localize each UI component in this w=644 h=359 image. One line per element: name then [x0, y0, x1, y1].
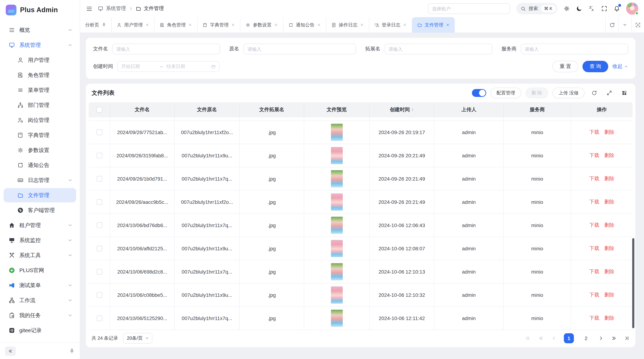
tab-3[interactable]: 字典管理	[198, 17, 240, 32]
tab-1[interactable]: 用户管理	[112, 17, 154, 32]
delete-link[interactable]: 删除	[604, 315, 614, 322]
download-link[interactable]: 下载	[589, 315, 599, 322]
query-button[interactable]: 查 询	[582, 61, 608, 72]
sidebar-item-16[interactable]: PLUS官网	[4, 263, 76, 278]
sidebar-item-13[interactable]: 租户管理	[4, 218, 76, 232]
dark-mode-moon-icon[interactable]	[576, 5, 582, 12]
close-icon[interactable]	[274, 23, 278, 27]
table-fullscreen-button[interactable]	[604, 88, 615, 98]
close-icon[interactable]	[360, 23, 364, 27]
sidebar-item-9[interactable]: 通知公告	[4, 158, 76, 172]
extension-input[interactable]	[384, 44, 492, 54]
sidebar-item-12[interactable]: 客户端管理	[4, 203, 76, 217]
filename-input[interactable]	[112, 44, 220, 54]
page-2-button[interactable]: 2	[581, 333, 591, 343]
sidebar-item-15[interactable]: 系统工具	[4, 248, 76, 263]
preview-image[interactable]	[331, 147, 342, 164]
sidebar-item-17[interactable]: 测试菜单	[4, 278, 76, 293]
prev-page-button[interactable]	[551, 336, 557, 341]
close-icon[interactable]	[317, 23, 321, 27]
select-all-checkbox[interactable]	[96, 107, 102, 113]
table-refresh-button[interactable]	[589, 88, 600, 98]
jump-forward-button[interactable]	[611, 336, 617, 341]
table-scrollbar-thumb[interactable]	[632, 238, 634, 328]
row-checkbox[interactable]	[96, 269, 102, 275]
preview-image[interactable]	[331, 240, 342, 257]
download-link[interactable]: 下载	[589, 199, 599, 205]
sidebar-item-8[interactable]: 参数设置	[4, 143, 76, 157]
first-page-button[interactable]	[525, 336, 531, 341]
settings-gear-icon[interactable]	[564, 5, 570, 12]
delete-link[interactable]: 删除	[604, 292, 614, 298]
tab-6[interactable]: 操作日志	[326, 17, 369, 32]
download-link[interactable]: 下载	[589, 269, 599, 275]
row-checkbox[interactable]	[96, 222, 102, 228]
tab-4[interactable]: 参数设置	[240, 17, 283, 32]
sidebar-item-0[interactable]: 概览	[4, 23, 76, 37]
fullscreen-icon[interactable]	[601, 5, 608, 12]
close-icon[interactable]	[231, 23, 235, 27]
delete-link[interactable]: 删除	[604, 245, 614, 252]
tab-5[interactable]: 通知公告	[283, 17, 326, 32]
sidebar-item-10[interactable]: DEV日志管理	[4, 173, 76, 187]
sidebar-collapse-button[interactable]	[5, 346, 16, 356]
originname-input[interactable]	[244, 44, 356, 54]
row-checkbox[interactable]	[96, 292, 102, 298]
date-range-input[interactable]: 开始日期 结束日期	[117, 61, 220, 72]
preview-image[interactable]	[331, 217, 342, 234]
config-manage-button[interactable]: 配置管理	[490, 88, 521, 98]
jump-back-button[interactable]	[538, 336, 544, 341]
delete-button[interactable]: 删 除	[526, 88, 548, 98]
page-size-select[interactable]: 20条/页	[123, 333, 152, 344]
close-icon[interactable]	[446, 23, 450, 27]
menu-toggle-icon[interactable]	[86, 5, 93, 12]
column-settings-button[interactable]	[619, 88, 630, 98]
row-checkbox[interactable]	[96, 246, 102, 251]
provider-input[interactable]	[521, 44, 628, 54]
tab-2[interactable]: 角色管理	[154, 17, 198, 32]
tab-0[interactable]: 分析页	[80, 17, 112, 32]
delete-link[interactable]: 删除	[604, 152, 614, 159]
breadcrumb-parent[interactable]: 系统管理	[106, 5, 126, 12]
preview-image[interactable]	[331, 310, 342, 327]
tenant-select-input[interactable]	[428, 3, 510, 14]
close-icon[interactable]	[188, 23, 192, 27]
row-checkbox[interactable]	[96, 315, 102, 321]
download-link[interactable]: 下载	[589, 176, 599, 182]
reset-button[interactable]: 重 置	[552, 61, 578, 72]
next-page-button[interactable]	[598, 336, 604, 341]
download-link[interactable]: 下载	[589, 222, 599, 229]
preview-image[interactable]	[331, 193, 342, 211]
sidebar-item-6[interactable]: 岗位管理	[4, 113, 76, 127]
preview-image[interactable]	[331, 170, 342, 187]
sidebar-item-1[interactable]: 系统管理	[4, 38, 76, 52]
pin-icon[interactable]	[69, 348, 75, 354]
delete-link[interactable]: 删除	[604, 129, 614, 135]
preview-image[interactable]	[331, 124, 342, 141]
last-page-button[interactable]	[624, 336, 630, 341]
download-link[interactable]: 下载	[589, 152, 599, 159]
toolbar-toggle[interactable]	[472, 89, 486, 97]
sidebar-item-18[interactable]: 工作流	[4, 293, 76, 308]
sidebar-item-14[interactable]: 系统监控	[4, 233, 76, 247]
delete-link[interactable]: 删除	[604, 269, 614, 275]
sidebar-item-4[interactable]: 菜单管理	[4, 83, 76, 97]
delete-link[interactable]: 删除	[604, 199, 614, 205]
tabs-refresh-button[interactable]	[605, 17, 618, 32]
upload-button[interactable]: 上传 没做	[552, 88, 584, 98]
row-checkbox[interactable]	[96, 176, 102, 182]
close-icon[interactable]	[403, 23, 407, 27]
collapse-filter-link[interactable]: 收起	[612, 63, 628, 70]
delete-link[interactable]: 删除	[604, 222, 614, 229]
download-link[interactable]: 下载	[589, 292, 599, 298]
col-created[interactable]: 创建时间 ▲▼	[370, 102, 434, 117]
preview-image[interactable]	[331, 286, 342, 304]
sidebar-item-19[interactable]: 我的任务	[4, 308, 76, 323]
row-checkbox[interactable]	[96, 129, 102, 135]
sidebar-item-7[interactable]: 字典管理	[4, 128, 76, 142]
sort-icon[interactable]: ▲▼	[411, 108, 414, 112]
page-1-button[interactable]: 1	[564, 333, 574, 343]
content-fullscreen-button[interactable]	[631, 17, 644, 32]
delete-link[interactable]: 删除	[604, 176, 614, 182]
notifications[interactable]	[614, 5, 620, 12]
